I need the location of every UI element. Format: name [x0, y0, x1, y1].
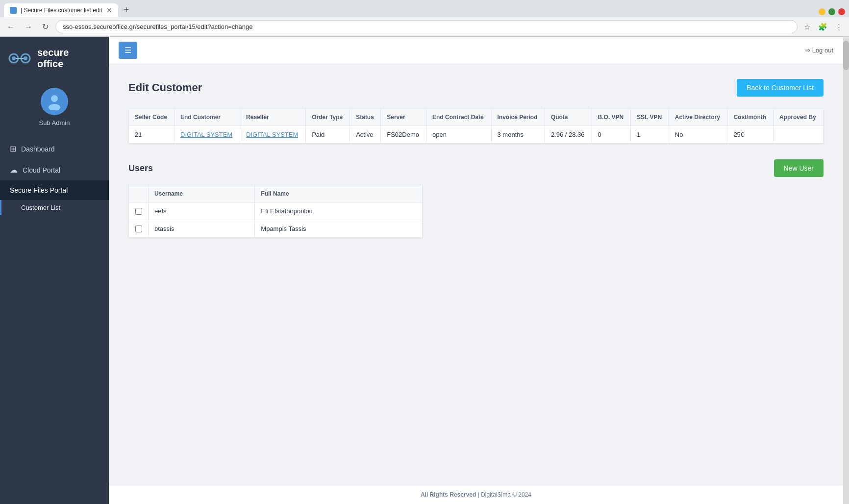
col-active-directory: Active Directory [669, 109, 727, 126]
cell-cost-month: 25€ [727, 126, 774, 144]
nav-icons: ☆ 🧩 ⋮ [801, 21, 845, 33]
url-text: sso-essos.secureoffice.gr/securefiles_po… [63, 23, 790, 30]
back-nav-button[interactable]: ← [4, 22, 18, 32]
footer-bar: All Rights Reserved | DigitalSima © 2024 [109, 485, 843, 504]
user-checkbox[interactable] [135, 208, 142, 215]
users-col-fullname: Full Name [255, 185, 423, 202]
user-username: btassis [149, 220, 255, 238]
new-tab-button[interactable]: + [120, 3, 133, 17]
scrollbar[interactable] [843, 37, 849, 504]
logo-text: secure office [37, 47, 69, 70]
sidebar: secure office Sub Admin ⊞ Dashboard ☁ Cl… [0, 37, 109, 504]
sidebar-logo: secure office [0, 37, 109, 80]
user-checkbox[interactable] [135, 226, 142, 232]
cloud-icon: ☁ [10, 165, 18, 175]
bookmark-button[interactable]: ☆ [801, 21, 813, 33]
page-title: Edit Customer [128, 81, 202, 94]
end-customer-link[interactable]: DIGITAL SYSTEM [180, 131, 232, 138]
cell-end-customer: DIGITAL SYSTEM [175, 126, 240, 144]
tab-close-button[interactable]: ✕ [106, 6, 112, 14]
avatar-name: Sub Admin [39, 119, 70, 126]
col-quota: Quota [545, 109, 592, 126]
menu-button[interactable]: ⋮ [833, 21, 845, 33]
cell-reseller: DIGITAL SYSTEM [240, 126, 306, 144]
col-cost-month: Cost/month [727, 109, 774, 126]
logout-label: Log out [812, 47, 833, 54]
user-row: eefs Efi Efstathopoulou [129, 202, 423, 220]
cell-order-type: Paid [306, 126, 350, 144]
menu-toggle-button[interactable]: ☰ [119, 42, 137, 59]
customer-list-label: Customer List [21, 204, 60, 211]
users-col-checkbox [129, 185, 149, 202]
reload-button[interactable]: ↻ [39, 21, 51, 32]
cell-end-contract-date: open [426, 126, 491, 144]
table-row: 21 DIGITAL SYSTEM DIGITAL SYSTEM Paid Ac… [129, 126, 824, 144]
page-header: Edit Customer Back to Customer List [128, 79, 824, 97]
col-approved-by: Approved By [774, 109, 824, 126]
user-fullname: Efi Efstathopoulou [255, 202, 423, 220]
users-section-header: Users New User [128, 159, 824, 177]
minimize-button[interactable] [819, 8, 825, 15]
forward-nav-button[interactable]: → [22, 22, 35, 32]
col-bo-vpn: B.O. VPN [592, 109, 630, 126]
col-order-type: Order Type [306, 109, 350, 126]
logout-arrow-icon: ⇒ [805, 47, 810, 54]
browser-tab[interactable]: | Secure Files customer list edit ✕ [4, 3, 118, 17]
new-user-button[interactable]: New User [774, 159, 824, 177]
logout-button[interactable]: ⇒ Log out [805, 47, 833, 54]
sidebar-item-secure-files[interactable]: Secure Files Portal [0, 180, 109, 200]
tab-title: | Secure Files customer list edit [21, 7, 102, 14]
cell-status: Active [350, 126, 381, 144]
cell-invoice-period: 3 months [491, 126, 545, 144]
sidebar-item-dashboard[interactable]: ⊞ Dashboard [0, 138, 109, 159]
avatar [41, 88, 68, 115]
cell-bo-vpn: 0 [592, 126, 630, 144]
sidebar-nav: ⊞ Dashboard ☁ Cloud Portal Secure Files … [0, 138, 109, 215]
back-to-customer-list-button[interactable]: Back to Customer List [737, 79, 824, 97]
reseller-link[interactable]: DIGITAL SYSTEM [246, 131, 298, 138]
sidebar-item-label-cloud: Cloud Portal [23, 166, 60, 174]
customer-table: Seller Code End Customer Reseller Order … [128, 108, 824, 144]
browser-nav-bar: ← → ↻ sso-essos.secureoffice.gr/securefi… [0, 17, 849, 37]
footer-text: All Rights Reserved | DigitalSima © 2024 [421, 491, 531, 498]
cell-active-directory: No [669, 126, 727, 144]
sidebar-item-cloud-portal[interactable]: ☁ Cloud Portal [0, 159, 109, 180]
maximize-button[interactable] [828, 8, 835, 15]
col-seller-code: Seller Code [129, 109, 175, 126]
user-row: btassis Mpampis Tassis [129, 220, 423, 238]
sidebar-item-label-dashboard: Dashboard [21, 145, 55, 153]
main-content: ☰ ⇒ Log out Edit Customer Back to Custom… [109, 37, 843, 504]
cell-seller-code: 21 [129, 126, 175, 144]
customer-table-wrapper: Seller Code End Customer Reseller Order … [128, 108, 824, 144]
user-username: eefs [149, 202, 255, 220]
logo-icon [8, 47, 31, 70]
col-reseller: Reseller [240, 109, 306, 126]
close-button[interactable] [838, 8, 845, 15]
sidebar-sub-item-customer-list[interactable]: Customer List [0, 200, 109, 215]
user-checkbox-cell [129, 202, 149, 220]
content-area: Edit Customer Back to Customer List Sell… [109, 64, 843, 485]
col-end-contract-date: End Contract Date [426, 109, 491, 126]
user-fullname: Mpampis Tassis [255, 220, 423, 238]
users-table-wrapper: Username Full Name eefs Efi Efstathopoul… [128, 185, 423, 238]
svg-point-4 [24, 56, 27, 60]
top-bar: ☰ ⇒ Log out [109, 37, 843, 64]
extensions-button[interactable]: 🧩 [816, 21, 830, 33]
secure-files-label: Secure Files Portal [10, 186, 68, 194]
app-layout: secure office Sub Admin ⊞ Dashboard ☁ Cl… [0, 37, 849, 504]
col-ssl-vpn: SSL VPN [630, 109, 669, 126]
svg-point-3 [12, 56, 16, 60]
users-section-title: Users [128, 163, 153, 174]
sidebar-user: Sub Admin [0, 80, 109, 134]
cell-quota: 2.96 / 28.36 [545, 126, 592, 144]
col-invoice-period: Invoice Period [491, 109, 545, 126]
address-bar[interactable]: sso-essos.secureoffice.gr/securefiles_po… [55, 20, 798, 33]
svg-point-5 [51, 95, 58, 102]
cell-approved-by [774, 126, 824, 144]
user-checkbox-cell [129, 220, 149, 238]
col-status: Status [350, 109, 381, 126]
users-col-username: Username [149, 185, 255, 202]
browser-chrome: | Secure Files customer list edit ✕ + ← … [0, 0, 849, 37]
col-server: Server [381, 109, 426, 126]
dashboard-icon: ⊞ [10, 144, 16, 153]
